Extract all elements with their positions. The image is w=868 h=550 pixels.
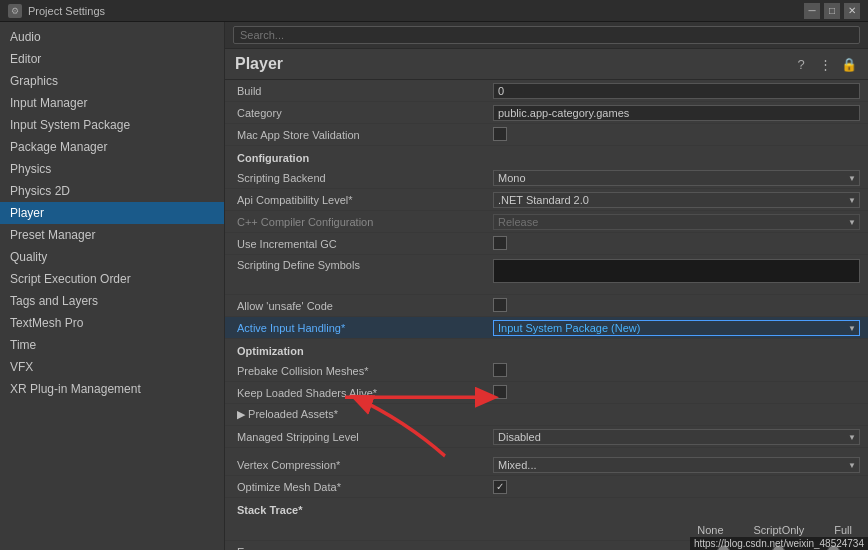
- select-vertex-compression[interactable]: Mixed... None Everything: [493, 457, 860, 473]
- setting-unsafe-code: Allow 'unsafe' Code: [225, 295, 868, 317]
- content-header: Player ? ⋮ 🔒: [225, 49, 868, 80]
- sidebar-item-script-execution[interactable]: Script Execution Order: [0, 268, 224, 290]
- scroll-content: Build Category Mac App Store Validation: [225, 80, 868, 550]
- sidebar-item-package-manager[interactable]: Package Manager: [0, 136, 224, 158]
- value-incremental-gc: [493, 236, 860, 252]
- header-icons: ? ⋮ 🔒: [792, 55, 858, 73]
- value-prebake: [493, 363, 860, 379]
- setting-shaders-alive: Keep Loaded Shaders Alive*: [225, 382, 868, 404]
- value-scripting-symbols: [493, 259, 860, 283]
- label-category: Category: [233, 107, 493, 119]
- value-mac-validation: [493, 127, 860, 143]
- label-optimize-mesh: Optimize Mesh Data*: [233, 481, 493, 493]
- checkbox-unsafe-code[interactable]: [493, 298, 507, 312]
- label-build: Build: [233, 85, 493, 97]
- main-layout: Audio Editor Graphics Input Manager Inpu…: [0, 22, 868, 550]
- lock-icon[interactable]: 🔒: [840, 55, 858, 73]
- section-configuration: Configuration: [225, 146, 868, 167]
- sidebar-item-preset-manager[interactable]: Preset Manager: [0, 224, 224, 246]
- wrapper-api-compat: .NET Standard 2.0 .NET 4.x: [493, 192, 860, 208]
- value-category: [493, 105, 860, 121]
- sidebar-item-input-manager[interactable]: Input Manager: [0, 92, 224, 114]
- minimize-button[interactable]: ─: [804, 3, 820, 19]
- app-icon: ⚙: [8, 4, 22, 18]
- value-unsafe-code: [493, 298, 860, 314]
- content-wrapper: Build Category Mac App Store Validation: [225, 80, 868, 550]
- setting-vertex-compression: Vertex Compression* Mixed... None Everyt…: [225, 454, 868, 476]
- checkbox-incremental-gc[interactable]: [493, 236, 507, 250]
- checkbox-shaders-alive[interactable]: [493, 385, 507, 399]
- select-active-input[interactable]: Input System Package (New) Input Manager…: [493, 320, 860, 336]
- setting-scripting-symbols: Scripting Define Symbols: [225, 255, 868, 295]
- value-build: [493, 83, 860, 99]
- sidebar-item-physics2d[interactable]: Physics 2D: [0, 180, 224, 202]
- label-error: Error: [233, 546, 493, 551]
- sidebar-item-xr[interactable]: XR Plug-in Management: [0, 378, 224, 400]
- wrapper-stripping-level: Disabled Low Medium High: [493, 429, 860, 445]
- restore-button[interactable]: □: [824, 3, 840, 19]
- section-optimization: Optimization: [225, 339, 868, 360]
- setting-prebake: Prebake Collision Meshes*: [225, 360, 868, 382]
- wrapper-vertex-compression: Mixed... None Everything: [493, 457, 860, 473]
- checkbox-optimize-mesh[interactable]: [493, 480, 507, 494]
- setting-active-input: Active Input Handling* Input System Pack…: [225, 317, 868, 339]
- close-button[interactable]: ✕: [844, 3, 860, 19]
- stack-col-headers: None ScriptOnly Full: [493, 524, 860, 536]
- search-input[interactable]: [233, 26, 860, 44]
- sidebar-item-textmesh[interactable]: TextMesh Pro: [0, 312, 224, 334]
- settings-icon[interactable]: ⋮: [816, 55, 834, 73]
- sidebar-item-vfx[interactable]: VFX: [0, 356, 224, 378]
- setting-build: Build: [225, 80, 868, 102]
- label-scripting-symbols: Scripting Define Symbols: [233, 259, 493, 271]
- sidebar-item-audio[interactable]: Audio: [0, 26, 224, 48]
- label-unsafe-code: Allow 'unsafe' Code: [233, 300, 493, 312]
- sidebar-item-quality[interactable]: Quality: [0, 246, 224, 268]
- label-stripping-level: Managed Stripping Level: [233, 431, 493, 443]
- setting-preloaded-assets: ▶ Preloaded Assets*: [225, 404, 868, 426]
- sidebar-item-input-system[interactable]: Input System Package: [0, 114, 224, 136]
- wrapper-scripting-backend: Mono IL2CPP: [493, 170, 860, 186]
- url-bar: https://blog.csdn.net/weixin_48524734: [690, 537, 868, 550]
- label-preloaded-assets[interactable]: ▶ Preloaded Assets*: [233, 408, 493, 421]
- help-icon[interactable]: ?: [792, 55, 810, 73]
- input-category[interactable]: [493, 105, 860, 121]
- select-stripping-level[interactable]: Disabled Low Medium High: [493, 429, 860, 445]
- label-scripting-backend: Scripting Backend: [233, 172, 493, 184]
- setting-mac-validation: Mac App Store Validation: [225, 124, 868, 146]
- sidebar-item-graphics[interactable]: Graphics: [0, 70, 224, 92]
- label-api-compat: Api Compatibility Level*: [233, 194, 493, 206]
- setting-category: Category: [225, 102, 868, 124]
- sidebar-item-player[interactable]: Player: [0, 202, 224, 224]
- search-bar: [225, 22, 868, 49]
- value-optimize-mesh: [493, 480, 860, 494]
- label-active-input: Active Input Handling*: [233, 322, 493, 334]
- value-shaders-alive: [493, 385, 860, 401]
- sidebar-item-editor[interactable]: Editor: [0, 48, 224, 70]
- label-vertex-compression: Vertex Compression*: [233, 459, 493, 471]
- select-scripting-backend[interactable]: Mono IL2CPP: [493, 170, 860, 186]
- setting-optimize-mesh: Optimize Mesh Data*: [225, 476, 868, 498]
- label-mac-validation: Mac App Store Validation: [233, 129, 493, 141]
- label-cpp-compiler: C++ Compiler Configuration: [233, 216, 493, 228]
- setting-stripping-level: Managed Stripping Level Disabled Low Med…: [225, 426, 868, 448]
- col-full: Full: [834, 524, 852, 536]
- content-area: Player ? ⋮ 🔒 Build Category: [225, 22, 868, 550]
- window-controls: ─ □ ✕: [804, 3, 860, 19]
- setting-scripting-backend: Scripting Backend Mono IL2CPP: [225, 167, 868, 189]
- select-cpp-compiler[interactable]: Release Debug: [493, 214, 860, 230]
- wrapper-cpp-compiler: Release Debug: [493, 214, 860, 230]
- sidebar: Audio Editor Graphics Input Manager Inpu…: [0, 22, 225, 550]
- checkbox-mac-validation[interactable]: [493, 127, 507, 141]
- select-api-compat[interactable]: .NET Standard 2.0 .NET 4.x: [493, 192, 860, 208]
- setting-api-compat: Api Compatibility Level* .NET Standard 2…: [225, 189, 868, 211]
- title-bar-text: Project Settings: [28, 5, 105, 17]
- sidebar-item-time[interactable]: Time: [0, 334, 224, 356]
- checkbox-prebake[interactable]: [493, 363, 507, 377]
- sidebar-item-physics[interactable]: Physics: [0, 158, 224, 180]
- label-shaders-alive: Keep Loaded Shaders Alive*: [233, 387, 493, 399]
- input-build[interactable]: [493, 83, 860, 99]
- sidebar-item-tags[interactable]: Tags and Layers: [0, 290, 224, 312]
- wrapper-active-input: Input System Package (New) Input Manager…: [493, 320, 860, 336]
- label-prebake: Prebake Collision Meshes*: [233, 365, 493, 377]
- col-none: None: [697, 524, 723, 536]
